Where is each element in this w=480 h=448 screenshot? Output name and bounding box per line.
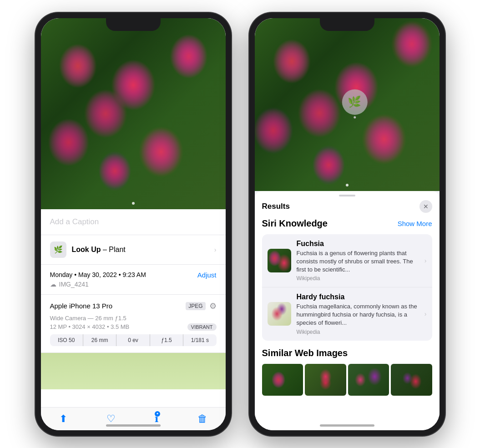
knowledge-card: Fuchsia Fuchsia is a genus of flowering …	[262, 234, 432, 341]
home-indicator-left[interactable]	[106, 424, 161, 427]
exif-mm: 26 mm	[83, 334, 116, 346]
visual-search-indicator[interactable]: 🌿	[342, 89, 367, 115]
visual-search-dot	[354, 116, 356, 118]
fuchsia-description: Fuchsia is a genus of flowering plants t…	[297, 249, 419, 274]
phone-right: 🌿 Results ✕ S	[249, 13, 445, 436]
hardy-thumbnail	[268, 302, 291, 326]
photo-filename: IMG_4241	[59, 281, 89, 288]
exif-aperture: ƒ1.5	[150, 334, 183, 346]
photo-info-section: Add a Caption 🌿 Look Up – Plant ›	[41, 209, 226, 407]
exif-shutter: 1/181 s	[183, 334, 216, 346]
map-background	[41, 353, 226, 389]
exif-row: ISO 50 26 mm 0 ev ƒ1.5 1/181 s	[50, 334, 217, 346]
format-badge: JPEG	[186, 302, 205, 310]
visual-lookup-screen: 🌿 Results ✕ S	[255, 18, 440, 430]
lookup-label: Look Up – Plant	[72, 246, 126, 254]
caption-area[interactable]: Add a Caption	[41, 209, 226, 235]
similar-image-4[interactable]	[391, 364, 432, 396]
photo-metadata: Monday • May 30, 2022 • 9:23 AM Adjust ☁…	[41, 265, 226, 295]
hardy-thumb-image	[268, 302, 291, 326]
knowledge-item-hardy-fuchsia[interactable]: Hardy fuchsia Fuchsia magellanica, commo…	[262, 287, 432, 341]
phone-screen-right: 🌿 Results ✕ S	[255, 18, 440, 430]
adjust-button[interactable]: Adjust	[197, 271, 217, 279]
similar-web-images-section: Similar Web Images	[262, 348, 432, 396]
close-icon: ✕	[423, 203, 429, 210]
results-title: Results	[262, 202, 290, 211]
panel-handle-bar	[339, 195, 355, 196]
fuchsia-source: Wikipedia	[297, 275, 419, 282]
home-indicator-right[interactable]	[320, 424, 374, 427]
similar-images-row	[262, 364, 432, 396]
similar-image-3[interactable]	[348, 364, 389, 396]
photo-indicator-dot	[132, 202, 135, 205]
photo-app-screen: Add a Caption 🌿 Look Up – Plant ›	[41, 18, 226, 430]
hardy-source: Wikipedia	[297, 329, 419, 335]
results-content[interactable]: Siri Knowledge Show More Fuchsia	[255, 218, 440, 430]
lookup-icon-badge: 🌿	[50, 242, 66, 258]
show-more-button[interactable]: Show More	[398, 220, 432, 227]
info-badge-dot: ✦	[156, 412, 159, 416]
fuchsia-chevron-icon: ›	[424, 257, 427, 264]
device-info-section: Apple iPhone 13 Pro JPEG ⚙ Wide Camera —…	[41, 295, 226, 353]
device-name: Apple iPhone 13 Pro	[50, 302, 113, 310]
photo-toolbar: ⬆ ♡ ℹ ✦ 🗑	[41, 407, 226, 430]
camera-details: Wide Camera — 26 mm ƒ1.5	[50, 315, 217, 322]
vibrant-badge: VIBRANT	[187, 323, 217, 331]
leaf-icon: 🌿	[54, 245, 63, 254]
exif-ev: 0 ev	[116, 334, 150, 346]
siri-knowledge-title: Siri Knowledge	[262, 218, 328, 229]
photo-date: Monday • May 30, 2022 • 9:23 AM	[50, 271, 146, 278]
hardy-text: Hardy fuchsia Fuchsia magellanica, commo…	[297, 293, 419, 335]
siri-knowledge-header: Siri Knowledge Show More	[262, 218, 432, 229]
settings-icon: ⚙	[209, 301, 217, 311]
fuchsia-name: Fuchsia	[297, 240, 419, 248]
hardy-name: Hardy fuchsia	[297, 293, 419, 301]
results-header: Results ✕	[255, 198, 440, 218]
notch-left	[106, 18, 161, 31]
mp-info: 12 MP • 3024 × 4032 • 3.5 MB	[50, 323, 130, 330]
panel-handle-area[interactable]	[255, 191, 440, 198]
hardy-description: Fuchsia magellanica, commonly known as t…	[297, 302, 419, 327]
photo-display[interactable]	[41, 18, 226, 209]
lookup-chevron-icon: ›	[214, 246, 217, 253]
lookup-row[interactable]: 🌿 Look Up – Plant ›	[41, 235, 226, 265]
hardy-chevron-icon: ›	[424, 310, 427, 317]
fuchsia-thumbnail	[268, 249, 291, 272]
fuchsia-text: Fuchsia Fuchsia is a genus of flowering …	[297, 240, 419, 282]
fuchsia-thumb-image	[268, 249, 291, 272]
similar-image-1[interactable]	[262, 364, 303, 396]
similar-image-2[interactable]	[305, 364, 346, 396]
info-badge: ✦	[155, 411, 160, 417]
cloud-icon: ☁	[50, 281, 56, 288]
info-button[interactable]: ℹ ✦	[155, 413, 158, 425]
photo-display-right[interactable]: 🌿	[255, 18, 440, 191]
flower-photo	[41, 18, 226, 209]
share-button[interactable]: ⬆	[59, 413, 67, 425]
delete-button[interactable]: 🗑	[197, 413, 207, 425]
notch-right	[320, 18, 374, 31]
phone-screen-left: Add a Caption 🌿 Look Up – Plant ›	[41, 18, 226, 430]
close-button[interactable]: ✕	[419, 200, 432, 213]
like-button[interactable]: ♡	[106, 413, 116, 425]
phone-left: Add a Caption 🌿 Look Up – Plant ›	[35, 13, 231, 436]
exif-iso: ISO 50	[50, 334, 83, 346]
map-section[interactable]	[41, 353, 226, 389]
knowledge-item-fuchsia[interactable]: Fuchsia Fuchsia is a genus of flowering …	[262, 234, 432, 288]
similar-images-title: Similar Web Images	[262, 348, 432, 358]
caption-placeholder[interactable]: Add a Caption	[50, 217, 99, 226]
visual-search-leaf-icon: 🌿	[348, 96, 361, 108]
photo-indicator-dot-right	[346, 184, 349, 186]
results-panel: Results ✕ Siri Knowledge Show More	[255, 191, 440, 430]
